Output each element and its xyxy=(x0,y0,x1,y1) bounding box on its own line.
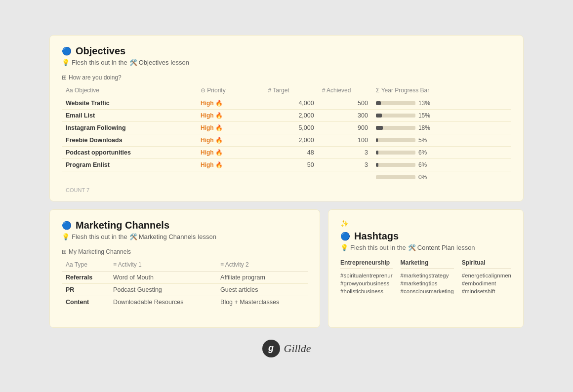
hashtag-item: #spiritualentreprenur xyxy=(340,272,392,279)
objective-target: 48 xyxy=(264,146,318,158)
marketing-table: Aa Type ≡ Activity 1 ≡ Activity 2 Referr… xyxy=(62,259,308,308)
table-row: Program Enlist High 🔥 50 3 6% xyxy=(62,158,511,171)
objective-priority: High 🔥 xyxy=(197,121,264,134)
table-row: Content Downloadable Resources Blog + Ma… xyxy=(62,296,308,308)
progress-pct: 6% xyxy=(418,161,432,168)
progress-track xyxy=(376,163,415,167)
objective-name: Freebie Downloads xyxy=(62,134,197,146)
hashtag-col-header: Marketing xyxy=(401,259,454,269)
marketing-activity1: Downloadable Resources xyxy=(109,296,216,308)
objective-achieved: 300 xyxy=(318,109,372,121)
priority-badge: High 🔥 xyxy=(201,112,223,119)
marketing-type: PR xyxy=(62,283,109,296)
col-header-type: Aa Type xyxy=(62,259,109,272)
objective-target: 5,000 xyxy=(264,121,318,134)
progress-fill xyxy=(376,151,378,155)
objective-achieved: 3 xyxy=(318,146,372,158)
col-header-activity2: ≡ Activity 2 xyxy=(216,259,308,272)
objective-achieved: 100 xyxy=(318,134,372,146)
hashtag-item: #consciousmarketing xyxy=(401,287,454,295)
objective-name xyxy=(62,171,197,183)
objective-priority: High 🔥 xyxy=(197,158,264,171)
objective-priority: High 🔥 xyxy=(197,97,264,109)
table-row: Freebie Downloads High 🔥 2,000 100 5% xyxy=(62,134,511,146)
marketing-activity2: Affiliate program xyxy=(216,271,308,283)
table-row: Podcast opportunities High 🔥 48 3 6% xyxy=(62,146,511,158)
hashtags-lesson-link[interactable]: Content Plan xyxy=(417,244,454,251)
progress-pct: 13% xyxy=(418,100,432,107)
progress-fill xyxy=(376,163,378,167)
hashtag-col: Spiritual#energeticalignmen#embodiment#m… xyxy=(462,259,511,295)
progress-track xyxy=(376,151,415,155)
marketing-table-label: ⊞ My Marketing Channels xyxy=(62,248,308,255)
bottom-panels: 🔵 Marketing Channels 💡 Flesh this out in… xyxy=(49,209,524,328)
footer: g Gillde xyxy=(49,340,524,357)
marketing-subtitle: 💡 Flesh this out in the 🛠️ Marketing Cha… xyxy=(62,233,308,240)
hashtag-item: #marketingstrategy xyxy=(401,272,454,279)
priority-badge: High 🔥 xyxy=(201,161,223,168)
marketing-panel: 🔵 Marketing Channels 💡 Flesh this out in… xyxy=(49,209,320,328)
objective-progress: 18% xyxy=(372,121,511,134)
sparkle-icon: ✨ xyxy=(340,220,511,228)
progress-track xyxy=(376,138,415,142)
marketing-type: Content xyxy=(62,296,109,308)
marketing-lesson-link[interactable]: Marketing Channels xyxy=(139,233,196,240)
progress-fill xyxy=(376,138,378,142)
objective-progress: 5% xyxy=(372,134,511,146)
hashtag-col-header: Spiritual xyxy=(462,259,511,269)
priority-badge: High 🔥 xyxy=(201,100,223,107)
table-row: Referrals Word of Mouth Affiliate progra… xyxy=(62,271,308,283)
progress-pct: 18% xyxy=(418,124,432,131)
hashtag-item: #holisticbusiness xyxy=(340,287,392,295)
hashtags-panel: ✨ 🔵 Hashtags 💡 Flesh this out in the 🛠️ … xyxy=(328,209,524,328)
objectives-panel: 🔵 Objectives 💡 Flesh this out in the 🛠️ … xyxy=(49,35,524,201)
progress-track xyxy=(376,175,415,179)
objective-target xyxy=(264,171,318,183)
hashtag-col: Entrepreneurship#spiritualentreprenur#gr… xyxy=(340,259,392,295)
progress-fill xyxy=(376,114,382,118)
hashtag-item: #energeticalignmen xyxy=(462,272,511,279)
progress-pct: 6% xyxy=(418,149,432,156)
objective-target: 2,000 xyxy=(264,109,318,121)
objectives-count: COUNT 7 xyxy=(62,187,511,193)
priority-badge: High 🔥 xyxy=(201,124,223,131)
marketing-activity1: Podcast Guesting xyxy=(109,283,216,296)
marketing-table-header: Aa Type ≡ Activity 1 ≡ Activity 2 xyxy=(62,259,308,272)
col-header-priority: ⊙ Priority xyxy=(197,85,264,97)
objective-achieved xyxy=(318,171,372,183)
marketing-activity1: Word of Mouth xyxy=(109,271,216,283)
objectives-icon: 🔵 xyxy=(62,46,72,56)
objective-priority: High 🔥 xyxy=(197,146,264,158)
hashtag-item: #mindsetshift xyxy=(462,287,511,295)
objective-progress: 13% xyxy=(372,97,511,109)
objectives-table: Aa Objective ⊙ Priority # Target # Achie… xyxy=(62,85,511,183)
table-row: 0% xyxy=(62,171,511,183)
objective-name: Program Enlist xyxy=(62,158,197,171)
progress-track xyxy=(376,126,415,130)
objectives-table-label: ⊞ How are you doing? xyxy=(62,74,511,81)
progress-track xyxy=(376,114,415,118)
progress-pct: 15% xyxy=(418,112,432,119)
progress-fill xyxy=(376,101,381,105)
hashtags-title: Hashtags xyxy=(354,231,399,242)
marketing-activity2: Blog + Masterclasses xyxy=(216,296,308,308)
objective-name: Podcast opportunities xyxy=(62,146,197,158)
progress-pct: 0% xyxy=(418,174,432,181)
objective-target: 2,000 xyxy=(264,134,318,146)
objective-achieved: 500 xyxy=(318,97,372,109)
hashtag-item: #growyourbusiness xyxy=(340,279,392,287)
objective-progress: 0% xyxy=(372,171,511,183)
objective-progress: 6% xyxy=(372,158,511,171)
objectives-lesson-link[interactable]: Objectives xyxy=(139,59,169,66)
objective-priority: High 🔥 xyxy=(197,109,264,121)
priority-badge: High 🔥 xyxy=(201,149,223,156)
table-row: Email List High 🔥 2,000 300 15% xyxy=(62,109,511,121)
objective-target: 4,000 xyxy=(264,97,318,109)
objective-progress: 15% xyxy=(372,109,511,121)
hashtag-col: Marketing#marketingstrategy#marketingtip… xyxy=(401,259,454,295)
objective-achieved: 900 xyxy=(318,121,372,134)
progress-pct: 5% xyxy=(418,137,432,144)
marketing-title: Marketing Channels xyxy=(76,220,169,231)
progress-fill xyxy=(376,126,383,130)
hashtags-header: 🔵 Hashtags xyxy=(340,231,511,242)
